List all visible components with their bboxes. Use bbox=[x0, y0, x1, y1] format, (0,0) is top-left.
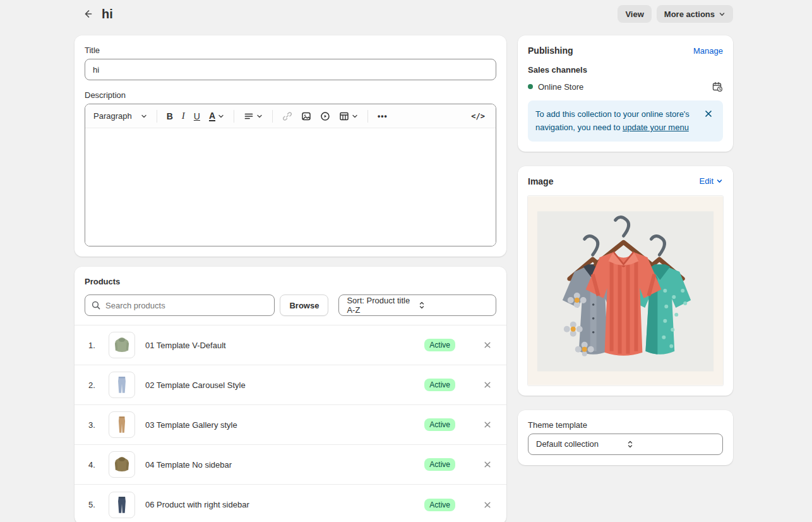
ellipsis-icon: ••• bbox=[378, 112, 388, 121]
products-card: Products Browse Sort: Product title A-Z bbox=[75, 267, 506, 522]
status-badge: Active bbox=[424, 458, 455, 471]
status-badge: Active bbox=[424, 499, 455, 511]
product-index: 4. bbox=[88, 460, 102, 470]
align-left-icon bbox=[244, 111, 254, 121]
sort-select-value: Sort: Product title A-Z bbox=[347, 296, 418, 315]
close-icon bbox=[704, 109, 713, 118]
chevron-down-icon bbox=[218, 113, 224, 119]
search-products-input[interactable] bbox=[85, 294, 275, 316]
product-title: 01 Template V-Default bbox=[145, 341, 424, 350]
product-title: 04 Template No sidebar bbox=[145, 460, 424, 470]
paragraph-style-dropdown[interactable]: Paragraph bbox=[89, 108, 152, 124]
view-button[interactable]: View bbox=[618, 5, 651, 23]
title-input[interactable] bbox=[85, 59, 496, 80]
product-thumbnail bbox=[109, 451, 135, 478]
alignment-dropdown[interactable] bbox=[239, 108, 267, 124]
product-index: 3. bbox=[88, 420, 102, 430]
more-formatting-button[interactable]: ••• bbox=[373, 109, 392, 124]
product-list: 1. 01 Template V-Default Active 2. 02 Te… bbox=[75, 325, 506, 522]
browse-button[interactable]: Browse bbox=[280, 294, 328, 316]
toolbar-divider bbox=[272, 110, 273, 123]
product-row[interactable]: 5. 06 Product with right sidebar Active bbox=[75, 485, 506, 522]
updown-chevrons-icon bbox=[626, 440, 717, 449]
code-icon: </> bbox=[471, 112, 485, 121]
view-button-label: View bbox=[625, 9, 643, 19]
product-thumbnail bbox=[109, 492, 135, 518]
product-row[interactable]: 3. 03 Template Gallery style Active bbox=[75, 405, 506, 445]
edit-image-dropdown[interactable]: Edit bbox=[700, 176, 723, 186]
product-title: 02 Template Carousel Style bbox=[145, 380, 424, 390]
text-color-icon: A bbox=[209, 111, 215, 121]
product-row[interactable]: 1. 01 Template V-Default Active bbox=[75, 325, 506, 365]
toolbar-divider bbox=[234, 110, 234, 123]
bold-icon: B bbox=[167, 111, 173, 121]
status-badge: Active bbox=[424, 379, 455, 391]
updown-chevrons-icon bbox=[418, 301, 489, 310]
sort-select[interactable]: Sort: Product title A-Z bbox=[338, 294, 496, 316]
product-thumbnail bbox=[109, 372, 135, 398]
more-actions-label: More actions bbox=[664, 9, 715, 19]
product-row[interactable]: 4. 04 Template No sidebar Active bbox=[75, 445, 506, 485]
close-icon bbox=[483, 341, 492, 349]
toolbar-divider bbox=[157, 110, 157, 123]
search-icon bbox=[91, 300, 101, 310]
channel-row: Online Store bbox=[528, 81, 723, 92]
collection-details-card: Title Description Paragraph B I U bbox=[75, 35, 506, 257]
shirts-illustration bbox=[528, 196, 723, 385]
bold-button[interactable]: B bbox=[162, 108, 177, 124]
update-your-menu-link[interactable]: update your menu bbox=[623, 123, 689, 132]
edit-link-label: Edit bbox=[700, 176, 713, 186]
description-textarea[interactable] bbox=[85, 128, 496, 246]
show-html-button[interactable]: </> bbox=[467, 109, 489, 124]
back-button[interactable] bbox=[79, 5, 97, 23]
description-editor: Paragraph B I U A bbox=[85, 104, 496, 246]
paragraph-style-label: Paragraph bbox=[93, 111, 132, 121]
product-index: 2. bbox=[88, 380, 102, 390]
remove-product-button[interactable] bbox=[479, 456, 496, 473]
title-label: Title bbox=[85, 46, 496, 55]
close-icon bbox=[483, 420, 492, 429]
remove-product-button[interactable] bbox=[479, 496, 496, 514]
chevron-down-icon bbox=[716, 178, 723, 185]
play-circle-icon bbox=[320, 111, 330, 121]
italic-button[interactable]: I bbox=[177, 107, 189, 124]
remove-product-button[interactable] bbox=[479, 376, 496, 394]
theme-template-label: Theme template bbox=[528, 420, 723, 430]
status-badge: Active bbox=[424, 418, 455, 431]
underline-icon: U bbox=[194, 111, 200, 121]
chevron-down-icon bbox=[256, 113, 263, 119]
image-heading: Image bbox=[528, 176, 553, 186]
banner-dismiss-button[interactable] bbox=[702, 107, 715, 121]
remove-product-button[interactable] bbox=[479, 416, 496, 434]
insert-image-button[interactable] bbox=[297, 108, 316, 124]
close-icon bbox=[483, 460, 492, 469]
theme-template-value: Default collection bbox=[536, 439, 626, 449]
insert-video-button[interactable] bbox=[316, 108, 335, 124]
description-label: Description bbox=[85, 90, 496, 100]
table-icon bbox=[339, 111, 349, 121]
manage-link[interactable]: Manage bbox=[693, 46, 723, 56]
product-row[interactable]: 2. 02 Template Carousel Style Active bbox=[75, 365, 506, 405]
schedule-calendar-icon[interactable] bbox=[712, 81, 723, 92]
product-title: 06 Product with right sidebar bbox=[145, 500, 424, 509]
close-icon bbox=[483, 501, 492, 509]
image-card: Image Edit bbox=[518, 166, 733, 396]
more-actions-button[interactable]: More actions bbox=[657, 5, 733, 23]
toolbar-divider bbox=[367, 110, 368, 123]
underline-button[interactable]: U bbox=[189, 108, 205, 124]
theme-template-select[interactable]: Default collection bbox=[528, 434, 723, 455]
link-button[interactable] bbox=[278, 108, 297, 124]
chevron-down-icon bbox=[141, 113, 147, 119]
product-thumbnail bbox=[109, 411, 135, 438]
table-dropdown[interactable] bbox=[335, 108, 362, 124]
products-heading: Products bbox=[85, 277, 496, 286]
image-icon bbox=[301, 111, 311, 121]
publishing-card: Publishing Manage Sales channels Online … bbox=[518, 35, 733, 152]
theme-template-card: Theme template Default collection bbox=[518, 410, 733, 465]
text-color-dropdown[interactable]: A bbox=[205, 108, 229, 124]
chevron-down-icon bbox=[352, 113, 358, 119]
editor-toolbar: Paragraph B I U A bbox=[85, 104, 496, 128]
collection-image[interactable] bbox=[528, 196, 723, 385]
remove-product-button[interactable] bbox=[479, 336, 496, 354]
product-title: 03 Template Gallery style bbox=[145, 420, 424, 430]
